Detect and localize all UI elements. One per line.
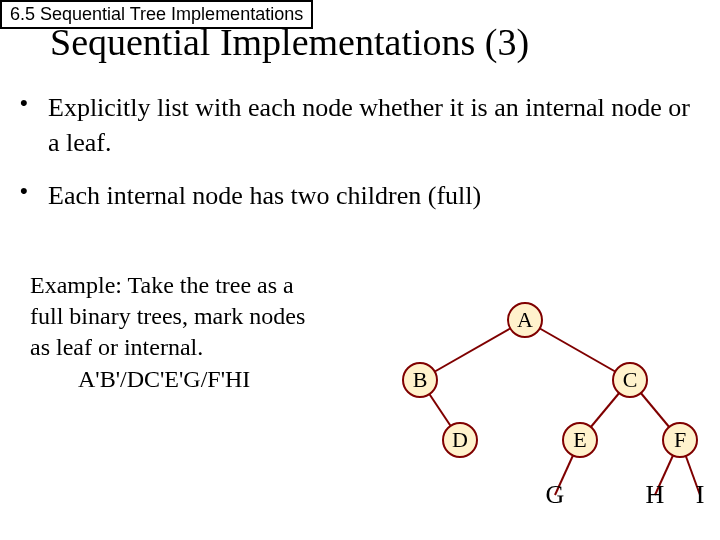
bullet-dot-icon: • bbox=[20, 178, 48, 204]
example-block: Example: Take the tree as a full binary … bbox=[30, 270, 390, 395]
tree-node-c: C bbox=[612, 362, 648, 398]
tree-node-e: E bbox=[562, 422, 598, 458]
tree-node-d: D bbox=[442, 422, 478, 458]
example-line: Example: Take the tree as a bbox=[30, 270, 390, 301]
tree-leaf-g: G bbox=[546, 480, 565, 510]
example-line: full binary trees, mark nodes bbox=[30, 301, 390, 332]
bullet-list: • Explicitly list with each node whether… bbox=[20, 90, 700, 231]
bullet-item: • Each internal node has two children (f… bbox=[20, 178, 700, 213]
tree-node-a: A bbox=[507, 302, 543, 338]
tree-diagram: ABCDEFGHI bbox=[350, 290, 720, 540]
bullet-text: Each internal node has two children (ful… bbox=[48, 178, 481, 213]
chapter-banner: 6.5 Sequential Tree Implementations bbox=[0, 0, 313, 29]
tree-node-f: F bbox=[662, 422, 698, 458]
bullet-item: • Explicitly list with each node whether… bbox=[20, 90, 700, 160]
example-sequence: A'B'/DC'E'G/F'HI bbox=[78, 364, 390, 395]
tree-leaf-i: I bbox=[696, 480, 705, 510]
bullet-dot-icon: • bbox=[20, 90, 48, 116]
tree-leaf-h: H bbox=[646, 480, 665, 510]
example-line: as leaf or internal. bbox=[30, 332, 390, 363]
bullet-text: Explicitly list with each node whether i… bbox=[48, 90, 700, 160]
tree-node-b: B bbox=[402, 362, 438, 398]
